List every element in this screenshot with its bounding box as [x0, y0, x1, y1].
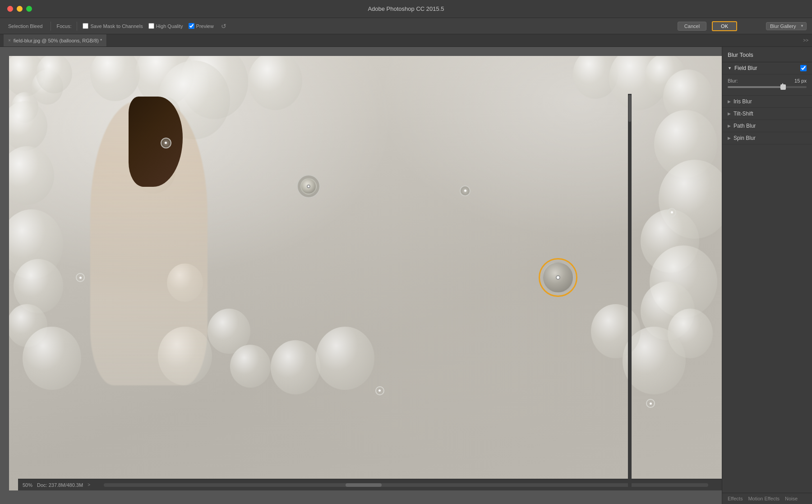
spin-blur-name: Spin Blur	[734, 135, 756, 141]
blur-pin-face-dot	[307, 185, 310, 188]
canvas-image[interactable]: 50% Doc: 237.8M/480.3M >	[9, 56, 722, 490]
blur-pin-face[interactable]	[297, 175, 320, 198]
tilt-shift-name: Tilt-Shift	[734, 111, 753, 117]
zoom-level: 50%	[23, 482, 32, 488]
blur-label: Blur:	[728, 78, 738, 83]
status-arrow[interactable]: >	[88, 482, 90, 487]
blur-pin-arm[interactable]	[460, 185, 471, 196]
reset-icon[interactable]: ↺	[221, 23, 226, 30]
blur-pin-right-dot	[671, 211, 673, 213]
blur-pin-top-left[interactable]	[161, 138, 171, 148]
v-scrollbar-thumb[interactable]	[628, 95, 631, 122]
blur-pin-selected-dot	[556, 275, 560, 280]
blur-pin-right-up[interactable]	[667, 208, 676, 217]
balloon-35	[316, 327, 374, 390]
expand-icon[interactable]: >>	[803, 38, 808, 43]
balloon-34	[271, 340, 320, 394]
path-blur-name: Path Blur	[734, 123, 756, 129]
iris-blur-chevron: ▶	[728, 99, 731, 104]
tilt-shift-chevron: ▶	[728, 111, 731, 116]
ok-button[interactable]: OK	[712, 21, 737, 31]
panel-title: Blur Tools	[722, 47, 812, 62]
path-blur-header: ▶ Path Blur	[728, 123, 756, 129]
tab-filename: field-blur.jpg @ 50% (balloons, RGB/8) *	[14, 38, 102, 43]
doc-size: Doc: 237.8M/480.3M	[37, 482, 83, 488]
preview-checkbox[interactable]	[189, 23, 194, 29]
iris-blur-name: Iris Blur	[734, 98, 752, 105]
field-blur-header: ▼ Field Blur	[728, 65, 757, 71]
blur-setting-row: Blur: 15 px	[728, 78, 807, 83]
tilt-shift-header: ▶ Tilt-Shift	[728, 111, 753, 117]
toolbar: Selection Bleed Focus: Save Mask to Chan…	[0, 18, 812, 34]
blur-pin-left-mid[interactable]	[76, 273, 85, 282]
iris-blur-item[interactable]: ▶ Iris Blur	[722, 96, 812, 108]
field-blur-checkbox[interactable]	[800, 65, 807, 71]
blur-pin-bottom-center[interactable]	[375, 386, 384, 395]
blur-tools-section: ▼ Field Blur Blur: 15 px	[722, 62, 812, 144]
blur-pin-dot	[165, 142, 167, 144]
high-quality-checkbox[interactable]	[148, 23, 154, 29]
noise-tab[interactable]: Noise	[785, 495, 798, 502]
path-blur-chevron: ▶	[728, 124, 731, 128]
balloon-10	[23, 327, 81, 390]
separator-2	[77, 22, 77, 31]
blur-pin-bottom-right-dot	[650, 402, 652, 405]
balloon-scene[interactable]	[9, 56, 722, 490]
save-mask-checkbox[interactable]	[83, 23, 88, 29]
blur-pin-face-body	[297, 175, 320, 198]
spin-blur-chevron: ▶	[728, 136, 731, 140]
maximize-button[interactable]	[26, 6, 32, 12]
traffic-lights[interactable]	[7, 6, 32, 12]
separator-1	[51, 22, 51, 31]
document-tab[interactable]: × field-blur.jpg @ 50% (balloons, RGB/8)…	[4, 34, 107, 46]
high-quality-label[interactable]: High Quality	[148, 23, 183, 29]
selection-bleed-button[interactable]: Selection Bleed	[5, 23, 45, 30]
path-blur-item[interactable]: ▶ Path Blur	[722, 120, 812, 132]
blur-pin-left-dot	[79, 277, 82, 279]
field-blur-item[interactable]: ▼ Field Blur	[722, 62, 812, 74]
blur-pin-arm-dot	[464, 190, 466, 192]
vertical-scrollbar[interactable]	[628, 94, 632, 490]
blur-gallery-wrapper: Blur Gallery	[766, 22, 807, 30]
tab-close-icon[interactable]: ×	[8, 38, 11, 43]
spin-blur-header: ▶ Spin Blur	[728, 135, 756, 141]
blur-pin-selected[interactable]	[539, 258, 577, 297]
spin-blur-item[interactable]: ▶ Spin Blur	[722, 132, 812, 144]
effects-tab[interactable]: Effects	[728, 495, 743, 502]
blur-pin-body	[161, 138, 171, 148]
cancel-button[interactable]: Cancel	[678, 22, 706, 31]
blur-slider-track	[728, 86, 783, 88]
blur-pin-selected-outer	[539, 258, 577, 297]
titlebar: Adobe Photoshop CC 2015.5	[0, 0, 812, 18]
main-area: 50% Doc: 237.8M/480.3M > Blur Tools ▼ Fi…	[0, 47, 812, 504]
blur-pin-bottom-center-dot	[378, 389, 381, 392]
blur-value: 15 px	[794, 78, 807, 83]
blur-pin-face-inner	[300, 178, 317, 194]
blur-gallery-select[interactable]: Blur Gallery	[766, 22, 807, 30]
canvas-area[interactable]: 50% Doc: 237.8M/480.3M >	[0, 47, 722, 504]
tilt-shift-item[interactable]: ▶ Tilt-Shift	[722, 108, 812, 120]
horizontal-scrollbar[interactable]	[104, 483, 708, 487]
statusbar: 50% Doc: 237.8M/480.3M >	[18, 479, 722, 490]
blur-slider-container[interactable]	[728, 86, 807, 88]
bottom-tabs: Effects Motion Effects Noise	[722, 493, 812, 504]
motion-effects-tab[interactable]: Motion Effects	[748, 495, 780, 502]
focus-label: Focus:	[56, 23, 71, 29]
field-blur-settings: Blur: 15 px	[722, 74, 812, 96]
minimize-button[interactable]	[17, 6, 23, 12]
scrollbar-thumb[interactable]	[346, 483, 382, 487]
window-title: Adobe Photoshop CC 2015.5	[368, 5, 444, 12]
slider-triangle	[780, 83, 785, 88]
save-mask-label[interactable]: Save Mask to Channels	[83, 23, 143, 29]
blur-slider-handle[interactable]	[780, 84, 786, 90]
tabbar: × field-blur.jpg @ 50% (balloons, RGB/8)…	[0, 34, 812, 47]
field-blur-name: Field Blur	[734, 65, 757, 71]
right-panel: Blur Tools ▼ Field Blur Blur: 15 px	[722, 47, 812, 504]
blur-pin-bottom-right[interactable]	[646, 399, 655, 408]
iris-blur-header: ▶ Iris Blur	[728, 98, 752, 105]
balloon-33	[230, 345, 271, 388]
close-button[interactable]	[7, 6, 13, 12]
field-blur-chevron: ▼	[728, 66, 732, 70]
preview-label[interactable]: Preview	[189, 23, 214, 29]
blur-pin-arm-body	[460, 185, 471, 196]
